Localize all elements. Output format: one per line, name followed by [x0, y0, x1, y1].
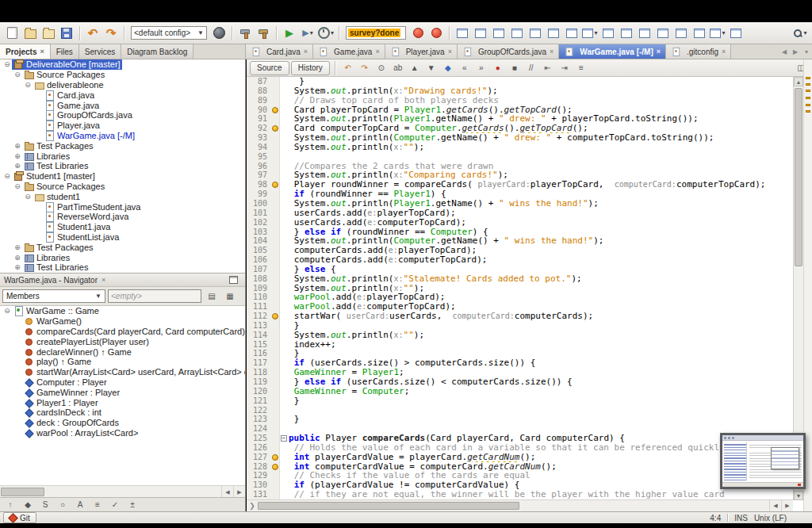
editor-tab-groupofcards-java[interactable]: GroupOfCards.java× — [458, 44, 559, 59]
code-line[interactable]: 112 startWar( userCard:userCards, comput… — [247, 312, 793, 321]
expander-icon[interactable]: ⊖ — [13, 182, 22, 191]
project-tree-item[interactable]: ⊕Test Packages — [0, 242, 245, 252]
project-tree-item[interactable]: ⊕Test Libraries — [0, 262, 245, 273]
panel-tab-services[interactable]: Services — [79, 44, 121, 59]
code-line[interactable]: 126 // Holds the value of each card in a… — [247, 443, 793, 453]
tab-close-icon[interactable]: × — [722, 48, 726, 55]
project-tree-item[interactable]: PartTimeStudent.java — [0, 201, 245, 212]
project-tree-item[interactable]: ⊖student1 — [0, 191, 245, 201]
tab-close-icon[interactable]: × — [304, 48, 308, 55]
window-tool-button-13[interactable] — [672, 25, 690, 42]
line-number[interactable]: 119 — [247, 377, 270, 387]
new-project-button[interactable] — [21, 25, 39, 42]
code-editor[interactable]: 87 }88 System.out.println(x:"Drawing car… — [247, 77, 793, 500]
undo-button[interactable]: ↶ — [84, 25, 102, 42]
line-number[interactable]: 89 — [247, 96, 270, 105]
build-project-button[interactable] — [236, 25, 254, 42]
editor-hscrollbar[interactable]: ❯ ◀ ▶ — [247, 499, 793, 511]
comment-button[interactable]: // — [523, 60, 539, 75]
code-line[interactable]: 123 } — [247, 415, 793, 424]
run-project-button[interactable]: ▶ — [281, 25, 298, 42]
code-line[interactable]: 95 — [247, 152, 793, 162]
line-number[interactable]: 126 — [247, 443, 270, 453]
line-number[interactable]: 121 — [247, 396, 270, 406]
next-bookmark-button[interactable]: » — [473, 60, 489, 75]
warning-icon[interactable] — [272, 182, 278, 188]
window-tool-button-2[interactable] — [472, 25, 489, 42]
git-statusbar-tab[interactable]: Git — [3, 512, 36, 523]
warning-icon[interactable] — [272, 464, 278, 470]
line-number[interactable]: 117 — [247, 358, 270, 368]
filter-toggle-button-2[interactable]: ± — [124, 497, 140, 512]
code-line[interactable]: 117 if (userCards.size() > computerCards… — [247, 358, 793, 368]
navigator-item[interactable]: Player1 : Player — [0, 397, 245, 407]
expander-icon[interactable]: ⊕ — [13, 253, 22, 262]
code-line[interactable]: 124 — [247, 424, 793, 434]
code-line[interactable]: 94 System.out.println(x:""); — [247, 143, 793, 152]
line-number[interactable]: 123 — [247, 415, 270, 424]
line-number[interactable]: 113 — [247, 321, 270, 331]
stripe-warning-mark[interactable] — [806, 97, 810, 99]
window-tool-button-5[interactable] — [527, 25, 544, 42]
project-tree-item[interactable]: Student1.java — [0, 222, 245, 232]
code-line[interactable]: 120 GameWinner = Computer; — [247, 387, 793, 396]
line-number[interactable]: 110 — [247, 293, 270, 302]
toggle-highlight-button[interactable]: ab — [390, 60, 406, 75]
window-tool-button-16[interactable] — [727, 25, 745, 42]
editor-tab-player-java[interactable]: Player.java× — [385, 44, 458, 59]
project-tree-item[interactable]: ⊖Student1 [master] — [0, 171, 245, 182]
editor-tab-wargame-java-m-[interactable]: WarGame.java [-/M]× — [559, 44, 666, 59]
expander-icon[interactable]: ⊖ — [23, 80, 33, 90]
navigator-item[interactable]: cardsInDeck : int — [0, 407, 245, 418]
project-tree-item[interactable]: Player.java — [0, 121, 245, 131]
stripe-warning-mark[interactable] — [806, 83, 810, 86]
tab-close-icon[interactable]: × — [550, 48, 553, 55]
line-number[interactable]: 120 — [247, 387, 270, 396]
scroll-right-button[interactable]: ▶ — [781, 500, 793, 511]
line-number[interactable]: 131 — [247, 490, 270, 499]
line-number[interactable]: 122 — [247, 406, 270, 415]
red-tool-button-1[interactable] — [409, 25, 427, 42]
navigator-item[interactable]: play() ↑ Game — [0, 357, 245, 367]
project-tree-item[interactable]: ReverseWord.java — [0, 212, 245, 222]
expander-icon[interactable]: ⊖ — [2, 306, 12, 316]
code-line[interactable]: 92 Card computerTopCard = Computer.getCa… — [247, 124, 793, 133]
code-line[interactable]: 115 index++; — [247, 340, 793, 350]
line-number[interactable]: 87 — [247, 77, 270, 86]
line-number[interactable]: 109 — [247, 284, 270, 293]
find-selection-button[interactable]: ⊙ — [373, 60, 389, 75]
fold-collapse-icon[interactable]: − — [281, 435, 287, 442]
line-number[interactable]: 98 — [247, 180, 270, 189]
scrollbar-thumb[interactable] — [258, 502, 519, 510]
expander-icon[interactable]: ⊕ — [13, 262, 22, 272]
code-line[interactable]: 125−public Player compareCards(Card play… — [247, 434, 793, 443]
show-fields-button[interactable]: ◆ — [20, 497, 36, 512]
debug-project-button[interactable]: ▶▾ — [299, 25, 316, 42]
line-number[interactable]: 103 — [247, 228, 270, 237]
code-line[interactable]: 91 System.out.println(Player1.getName() … — [247, 114, 793, 124]
project-tree-item[interactable]: ⊕Test Libraries — [0, 161, 245, 171]
stripe-warning-mark[interactable] — [806, 110, 810, 113]
profile-project-button[interactable]: ▾ — [317, 25, 335, 42]
window-tool-button-4[interactable] — [508, 25, 526, 42]
line-number[interactable]: 100 — [247, 199, 270, 209]
line-number[interactable]: 96 — [247, 162, 270, 171]
source-button[interactable]: Source — [250, 61, 289, 75]
line-number[interactable]: 114 — [247, 331, 270, 340]
expander-icon[interactable]: ⊖ — [13, 70, 22, 79]
open-project-button[interactable] — [40, 25, 57, 42]
previous-bookmark-button[interactable]: « — [457, 60, 473, 75]
window-tool-button-8[interactable]: ▾ — [581, 25, 599, 42]
stripe-warning-mark[interactable] — [806, 104, 810, 106]
tab-scroll-left-button[interactable]: ◀ — [779, 44, 790, 59]
line-number[interactable]: 111 — [247, 302, 270, 312]
expander-icon[interactable]: ⊖ — [2, 171, 12, 181]
scrollbar-thumb[interactable] — [795, 88, 802, 266]
navigator-item[interactable]: WarGame() — [0, 316, 245, 327]
format-button[interactable]: ≡ — [573, 60, 589, 75]
clean-build-button[interactable] — [255, 25, 272, 42]
code-line[interactable]: 98 Player roundWinner = compareCards( pl… — [247, 180, 793, 189]
quick-search-input[interactable]: survey?done — [346, 26, 406, 40]
navigator-item[interactable]: ⊖WarGame :: Game — [0, 306, 245, 316]
window-tool-button-9[interactable] — [599, 25, 617, 42]
